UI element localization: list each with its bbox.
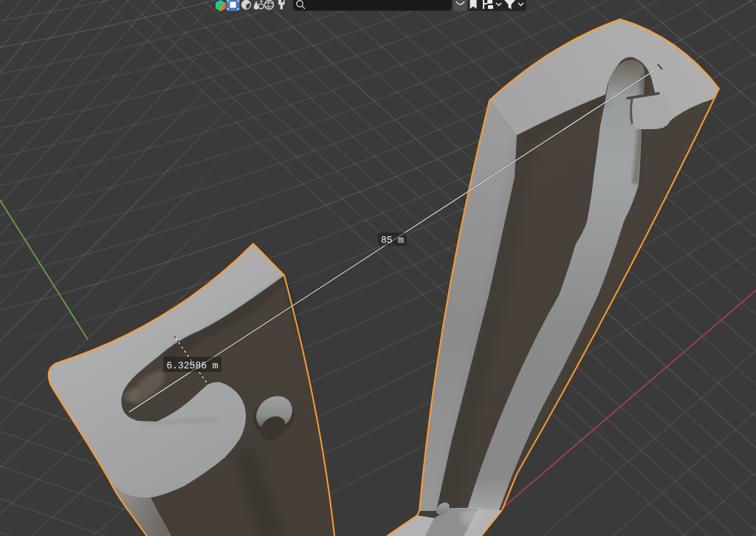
svg-text:6.32586 m: 6.32586 m [166, 360, 218, 371]
svg-text:85 m: 85 m [381, 235, 404, 246]
